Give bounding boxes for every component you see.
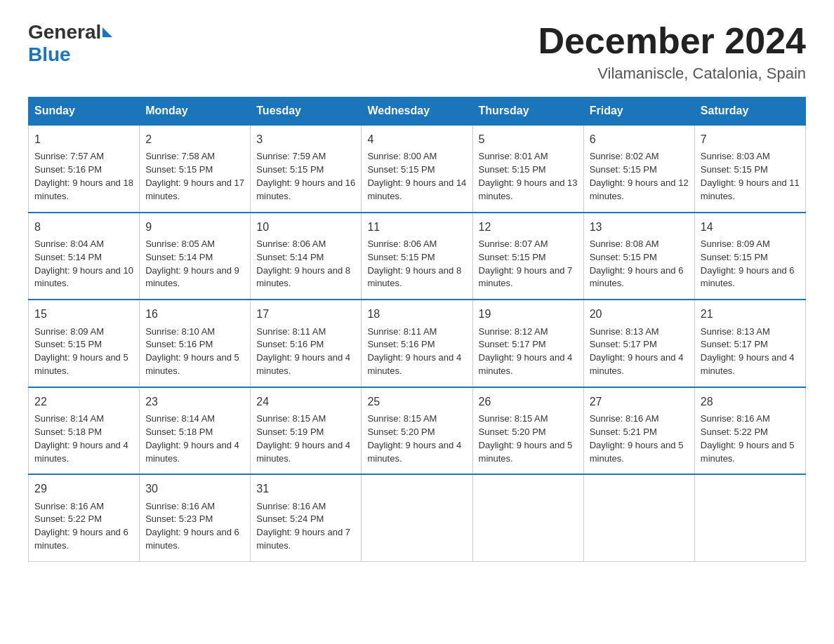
day-number: 8 [34, 219, 133, 235]
day-number: 2 [145, 131, 244, 147]
sunrise-info: Sunrise: 8:12 AM [479, 326, 548, 337]
logo-triangle-icon [102, 27, 112, 37]
daylight-info: Daylight: 9 hours and 16 minutes. [256, 177, 355, 201]
day-number: 16 [145, 306, 244, 322]
sunrise-info: Sunrise: 8:15 AM [256, 413, 326, 424]
week-row-2: 8 Sunrise: 8:04 AM Sunset: 5:14 PM Dayli… [29, 213, 806, 300]
calendar-cell: 26 Sunrise: 8:15 AM Sunset: 5:20 PM Dayl… [472, 387, 583, 475]
sunrise-info: Sunrise: 8:10 AM [145, 326, 215, 337]
sunset-info: Sunset: 5:16 PM [145, 339, 213, 349]
daylight-info: Daylight: 9 hours and 4 minutes. [145, 440, 239, 464]
day-number: 18 [367, 306, 466, 322]
daylight-info: Daylight: 9 hours and 4 minutes. [367, 352, 461, 376]
daylight-info: Daylight: 9 hours and 4 minutes. [367, 440, 461, 464]
day-number: 25 [367, 394, 466, 410]
header-sunday: Sunday [29, 98, 140, 126]
daylight-info: Daylight: 9 hours and 17 minutes. [145, 177, 244, 201]
daylight-info: Daylight: 9 hours and 7 minutes. [256, 527, 350, 551]
daylight-info: Daylight: 9 hours and 8 minutes. [367, 265, 461, 289]
daylight-info: Daylight: 9 hours and 4 minutes. [590, 352, 684, 376]
month-title: December 2024 [538, 21, 806, 61]
day-number: 10 [256, 219, 355, 235]
title-section: December 2024 Vilamaniscle, Catalonia, S… [538, 21, 806, 83]
calendar-cell: 7 Sunrise: 8:03 AM Sunset: 5:15 PM Dayli… [694, 125, 805, 213]
day-number: 1 [34, 131, 133, 147]
day-number: 14 [701, 219, 800, 235]
daylight-info: Daylight: 9 hours and 14 minutes. [367, 177, 466, 201]
calendar-cell: 10 Sunrise: 8:06 AM Sunset: 5:14 PM Dayl… [251, 213, 362, 300]
daylight-info: Daylight: 9 hours and 4 minutes. [701, 352, 795, 376]
calendar-cell: 19 Sunrise: 8:12 AM Sunset: 5:17 PM Dayl… [472, 300, 583, 387]
calendar-cell: 21 Sunrise: 8:13 AM Sunset: 5:17 PM Dayl… [694, 300, 805, 387]
logo-general-text: General [28, 21, 101, 43]
sunset-info: Sunset: 5:14 PM [34, 252, 102, 262]
day-number: 23 [145, 394, 244, 410]
sunrise-info: Sunrise: 8:07 AM [479, 239, 548, 249]
calendar-cell: 6 Sunrise: 8:02 AM Sunset: 5:15 PM Dayli… [583, 125, 694, 213]
sunrise-info: Sunrise: 8:15 AM [479, 413, 548, 424]
calendar-cell: 31 Sunrise: 8:16 AM Sunset: 5:24 PM Dayl… [251, 474, 362, 561]
calendar-cell: 16 Sunrise: 8:10 AM Sunset: 5:16 PM Dayl… [140, 300, 251, 387]
calendar-cell [694, 474, 805, 561]
day-number: 17 [256, 306, 355, 322]
sunset-info: Sunset: 5:20 PM [479, 427, 546, 437]
sunrise-info: Sunrise: 8:16 AM [145, 501, 215, 511]
sunset-info: Sunset: 5:16 PM [34, 164, 102, 175]
sunrise-info: Sunrise: 8:11 AM [367, 326, 437, 337]
calendar-cell: 18 Sunrise: 8:11 AM Sunset: 5:16 PM Dayl… [362, 300, 472, 387]
calendar-cell: 11 Sunrise: 8:06 AM Sunset: 5:15 PM Dayl… [362, 213, 472, 300]
calendar-cell: 12 Sunrise: 8:07 AM Sunset: 5:15 PM Dayl… [472, 213, 583, 300]
sunrise-info: Sunrise: 8:13 AM [590, 326, 659, 337]
day-number: 11 [367, 219, 466, 235]
sunset-info: Sunset: 5:18 PM [34, 427, 102, 437]
sunrise-info: Sunrise: 8:16 AM [34, 501, 104, 511]
sunrise-info: Sunrise: 8:08 AM [590, 239, 659, 249]
daylight-info: Daylight: 9 hours and 4 minutes. [256, 352, 350, 376]
sunset-info: Sunset: 5:22 PM [34, 514, 102, 524]
sunset-info: Sunset: 5:16 PM [256, 339, 324, 349]
calendar-cell: 14 Sunrise: 8:09 AM Sunset: 5:15 PM Dayl… [694, 213, 805, 300]
week-row-3: 15 Sunrise: 8:09 AM Sunset: 5:15 PM Dayl… [29, 300, 806, 387]
sunset-info: Sunset: 5:15 PM [590, 164, 657, 175]
sunset-info: Sunset: 5:17 PM [479, 339, 546, 349]
sunset-info: Sunset: 5:15 PM [256, 164, 324, 175]
calendar-cell: 3 Sunrise: 7:59 AM Sunset: 5:15 PM Dayli… [251, 125, 362, 213]
daylight-info: Daylight: 9 hours and 5 minutes. [590, 440, 684, 464]
day-number: 7 [701, 131, 800, 147]
day-number: 28 [701, 394, 800, 410]
calendar-cell: 25 Sunrise: 8:15 AM Sunset: 5:20 PM Dayl… [362, 387, 472, 475]
header-thursday: Thursday [472, 98, 583, 126]
sunset-info: Sunset: 5:15 PM [34, 339, 102, 349]
header-saturday: Saturday [694, 98, 805, 126]
calendar-cell: 27 Sunrise: 8:16 AM Sunset: 5:21 PM Dayl… [583, 387, 694, 475]
week-row-5: 29 Sunrise: 8:16 AM Sunset: 5:22 PM Dayl… [29, 474, 806, 561]
calendar-cell: 13 Sunrise: 8:08 AM Sunset: 5:15 PM Dayl… [583, 213, 694, 300]
daylight-info: Daylight: 9 hours and 18 minutes. [34, 177, 133, 201]
day-number: 13 [590, 219, 689, 235]
sunset-info: Sunset: 5:15 PM [701, 164, 768, 175]
header-tuesday: Tuesday [251, 98, 362, 126]
daylight-info: Daylight: 9 hours and 6 minutes. [590, 265, 684, 289]
calendar-cell [362, 474, 472, 561]
sunset-info: Sunset: 5:17 PM [701, 339, 768, 349]
sunrise-info: Sunrise: 8:16 AM [256, 501, 326, 511]
sunset-info: Sunset: 5:16 PM [367, 339, 435, 349]
sunrise-info: Sunrise: 7:58 AM [145, 151, 215, 161]
calendar-cell [472, 474, 583, 561]
sunrise-info: Sunrise: 8:09 AM [701, 239, 770, 249]
calendar-cell: 23 Sunrise: 8:14 AM Sunset: 5:18 PM Dayl… [140, 387, 251, 475]
sunrise-info: Sunrise: 8:03 AM [701, 151, 770, 161]
sunrise-info: Sunrise: 8:06 AM [256, 239, 326, 249]
header-monday: Monday [140, 98, 251, 126]
header-wednesday: Wednesday [362, 98, 472, 126]
day-number: 20 [590, 306, 689, 322]
sunset-info: Sunset: 5:22 PM [701, 427, 768, 437]
daylight-info: Daylight: 9 hours and 8 minutes. [256, 265, 350, 289]
sunrise-info: Sunrise: 8:14 AM [34, 413, 104, 424]
calendar-cell: 15 Sunrise: 8:09 AM Sunset: 5:15 PM Dayl… [29, 300, 140, 387]
sunset-info: Sunset: 5:15 PM [479, 252, 546, 262]
sunset-info: Sunset: 5:21 PM [590, 427, 657, 437]
day-number: 24 [256, 394, 355, 410]
calendar-table: SundayMondayTuesdayWednesdayThursdayFrid… [28, 97, 806, 562]
calendar-cell: 9 Sunrise: 8:05 AM Sunset: 5:14 PM Dayli… [140, 213, 251, 300]
